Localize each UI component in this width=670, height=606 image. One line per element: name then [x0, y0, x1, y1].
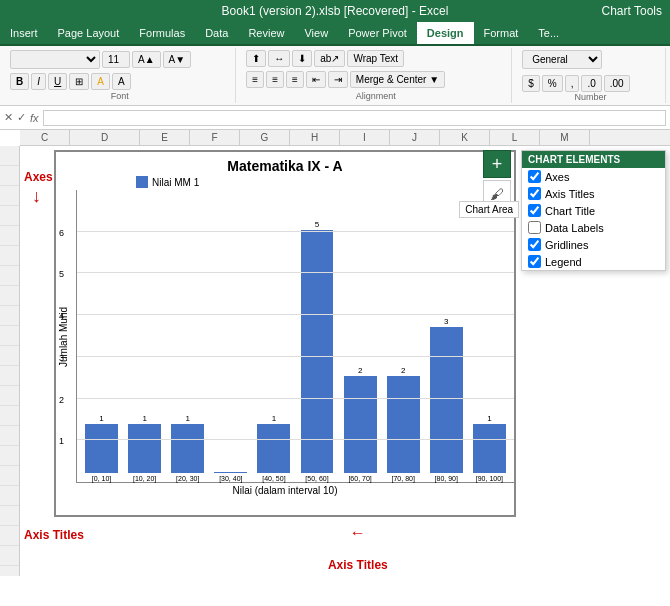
comma-button[interactable]: , [565, 75, 580, 92]
border-button[interactable]: ⊞ [69, 73, 89, 90]
indent-left-button[interactable]: ⇤ [306, 71, 326, 88]
align-bottom-button[interactable]: ⬇ [292, 50, 312, 67]
axis-titles-checkbox[interactable] [528, 187, 541, 200]
bar-2[interactable] [171, 424, 204, 473]
gridline-1 [77, 439, 514, 440]
row-numbers [0, 146, 20, 576]
ribbon-group-alignment-label: Alignment [356, 91, 396, 101]
align-middle-button[interactable]: ↔ [268, 50, 290, 67]
bar-group-7: 2 [70, 80] [383, 190, 424, 482]
tab-power-pivot[interactable]: Power Pivot [338, 22, 417, 44]
tab-te[interactable]: Te... [528, 22, 569, 44]
legend-checkbox[interactable] [528, 255, 541, 268]
x-label-7: [70, 80] [392, 475, 415, 482]
col-header-j: J [390, 130, 440, 145]
x-label-9: [90, 100] [476, 475, 503, 482]
number-format-dropdown[interactable]: General [522, 50, 602, 69]
bar-9[interactable] [473, 424, 506, 473]
axes-checkbox[interactable] [528, 170, 541, 183]
wrap-text-button[interactable]: Wrap Text [347, 50, 404, 67]
percent-button[interactable]: % [542, 75, 563, 92]
bar-0[interactable] [85, 424, 118, 473]
font-color-button[interactable]: A [112, 73, 131, 90]
align-center-button[interactable]: ≡ [266, 71, 284, 88]
row-8 [0, 286, 19, 306]
fill-color-button[interactable]: A [91, 73, 110, 90]
tab-page-layout[interactable]: Page Layout [48, 22, 130, 44]
chart-element-legend[interactable]: Legend [522, 253, 665, 270]
bar-label-5: 5 [315, 220, 319, 229]
cancel-icon[interactable]: ✕ [4, 111, 13, 124]
chart-legend: Nilai MM 1 [56, 176, 514, 188]
ribbon-tabs: Insert Page Layout Formulas Data Review … [0, 22, 670, 46]
italic-button[interactable]: I [31, 73, 46, 90]
tab-formulas[interactable]: Formulas [129, 22, 195, 44]
tab-insert[interactable]: Insert [0, 22, 48, 44]
align-left-button[interactable]: ≡ [246, 71, 264, 88]
chart-title-checkbox[interactable] [528, 204, 541, 217]
ribbon-group-alignment: ⬆ ↔ ⬇ ab↗ Wrap Text ≡ ≡ ≡ ⇤ ⇥ Merge & Ce… [240, 48, 512, 103]
align-right-button[interactable]: ≡ [286, 71, 304, 88]
font-size-increase[interactable]: A▲ [132, 51, 161, 68]
bar-1[interactable] [128, 424, 161, 473]
bar-label-6: 2 [358, 366, 362, 375]
arrow-axes-down: ↓ [32, 186, 41, 207]
gridlines-checkbox[interactable] [528, 238, 541, 251]
bar-5[interactable] [301, 230, 334, 473]
add-chart-element-button[interactable]: + [483, 150, 511, 178]
tab-data[interactable]: Data [195, 22, 238, 44]
y-tick-1: 1 [59, 436, 64, 446]
chart-element-axes[interactable]: Axes [522, 168, 665, 185]
align-top-button[interactable]: ⬆ [246, 50, 266, 67]
row-21 [0, 546, 19, 566]
tab-design[interactable]: Design [417, 22, 474, 44]
legend-color-box [136, 176, 148, 188]
ribbon-group-font: A▲ A▼ B I U ⊞ A A Font [4, 48, 236, 103]
merge-center-button[interactable]: Merge & Center ▼ [350, 71, 445, 88]
chart-plot: 6 5 4 3 2 1 1 [0, 10] [76, 190, 514, 483]
bar-group-0: 1 [0, 10] [81, 190, 122, 482]
legend-label: Nilai MM 1 [152, 177, 199, 188]
increase-decimal-button[interactable]: .00 [604, 75, 630, 92]
bar-label-1: 1 [142, 414, 146, 423]
row-12 [0, 366, 19, 386]
ribbon-group-font-label: Font [111, 91, 129, 101]
decrease-decimal-button[interactable]: .0 [581, 75, 601, 92]
indent-right-button[interactable]: ⇥ [328, 71, 348, 88]
font-name-dropdown[interactable] [10, 50, 100, 69]
bar-group-3: [30, 40] [210, 190, 251, 482]
data-labels-checkbox[interactable] [528, 221, 541, 234]
tab-view[interactable]: View [294, 22, 338, 44]
formula-input[interactable] [43, 110, 666, 126]
annotation-axis-title-bottom: Axis Titles [328, 558, 388, 572]
function-icon[interactable]: fx [30, 112, 39, 124]
bar-8[interactable] [430, 327, 463, 473]
chart-element-data-labels[interactable]: Data Labels [522, 219, 665, 236]
bar-group-1: 1 [10, 20] [124, 190, 165, 482]
currency-button[interactable]: $ [522, 75, 540, 92]
font-size-input[interactable] [102, 51, 130, 68]
bar-label-4: 1 [272, 414, 276, 423]
bold-button[interactable]: B [10, 73, 29, 90]
tab-review[interactable]: Review [238, 22, 294, 44]
x-label-3: [30, 40] [219, 475, 242, 482]
underline-button[interactable]: U [48, 73, 67, 90]
font-size-decrease[interactable]: A▼ [163, 51, 192, 68]
bar-label-8: 3 [444, 317, 448, 326]
chart-title-label: Chart Title [545, 205, 595, 217]
row-1 [0, 146, 19, 166]
bar-7[interactable] [387, 376, 420, 473]
confirm-icon[interactable]: ✓ [17, 111, 26, 124]
col-header-d: D [70, 130, 140, 145]
bar-4[interactable] [257, 424, 290, 473]
orientation-button[interactable]: ab↗ [314, 50, 345, 67]
tab-format[interactable]: Format [474, 22, 529, 44]
chart-element-gridlines[interactable]: Gridlines [522, 236, 665, 253]
chart-area[interactable]: Matematika IX - A Nilai MM 1 Jumlah Muri… [54, 150, 516, 517]
main-content: Axes ↓ Gridlines ↓ Chart Titles ← Legend… [0, 146, 670, 576]
chart-element-axis-titles[interactable]: Axis Titles [522, 185, 665, 202]
bar-6[interactable] [344, 376, 377, 473]
col-header-k: K [440, 130, 490, 145]
chart-element-chart-title[interactable]: Chart Title [522, 202, 665, 219]
bar-3[interactable] [214, 472, 247, 473]
